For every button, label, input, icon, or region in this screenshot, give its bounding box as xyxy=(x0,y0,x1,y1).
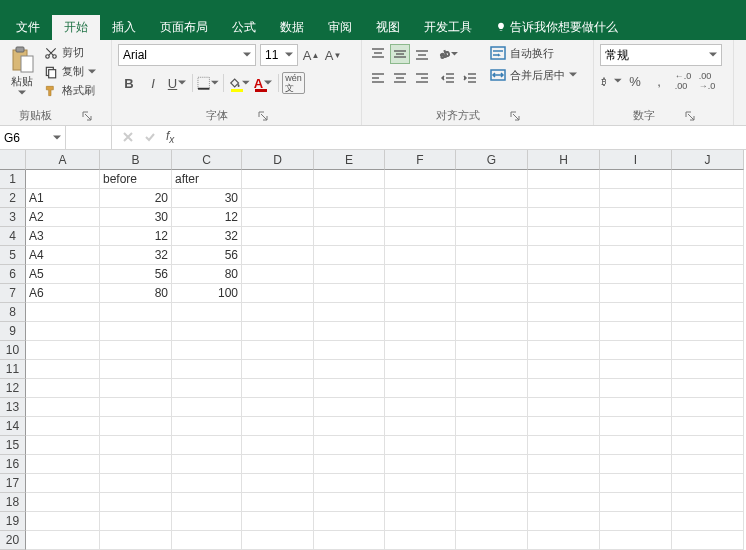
cell[interactable] xyxy=(314,512,385,531)
align-top-button[interactable] xyxy=(368,44,388,64)
cell[interactable] xyxy=(600,379,672,398)
cell[interactable] xyxy=(314,208,385,227)
increase-decimal-button[interactable]: ←.0.00 xyxy=(672,70,694,92)
cell[interactable] xyxy=(172,303,242,322)
underline-button[interactable]: U xyxy=(166,72,188,94)
column-header[interactable]: H xyxy=(528,150,600,170)
cell[interactable] xyxy=(528,360,600,379)
name-box-input[interactable] xyxy=(4,131,44,145)
dialog-launcher-icon[interactable] xyxy=(82,111,92,121)
cell[interactable] xyxy=(600,246,672,265)
cell[interactable] xyxy=(600,170,672,189)
cell[interactable] xyxy=(600,436,672,455)
orientation-button[interactable]: ab xyxy=(438,44,458,64)
name-box[interactable] xyxy=(0,126,66,150)
comma-style-button[interactable]: , xyxy=(648,70,670,92)
cell[interactable] xyxy=(672,208,744,227)
cell[interactable] xyxy=(26,455,100,474)
row-header[interactable]: 11 xyxy=(0,360,26,379)
cell[interactable] xyxy=(672,360,744,379)
column-header[interactable]: G xyxy=(456,150,528,170)
cell[interactable] xyxy=(672,417,744,436)
cell[interactable] xyxy=(672,474,744,493)
cell[interactable] xyxy=(100,455,172,474)
cell[interactable] xyxy=(242,398,314,417)
border-button[interactable] xyxy=(197,72,219,94)
cell[interactable] xyxy=(172,436,242,455)
cell[interactable] xyxy=(528,398,600,417)
cell[interactable] xyxy=(172,379,242,398)
cell[interactable] xyxy=(385,208,456,227)
cell[interactable] xyxy=(456,227,528,246)
cell[interactable] xyxy=(242,265,314,284)
cell[interactable] xyxy=(600,227,672,246)
cell[interactable] xyxy=(26,322,100,341)
cell[interactable]: A3 xyxy=(26,227,100,246)
cell[interactable] xyxy=(385,531,456,550)
decrease-decimal-button[interactable]: .00→.0 xyxy=(696,70,718,92)
cell[interactable] xyxy=(242,493,314,512)
cell[interactable] xyxy=(456,436,528,455)
tab-layout[interactable]: 页面布局 xyxy=(148,15,220,40)
cell[interactable] xyxy=(600,417,672,436)
cell[interactable] xyxy=(385,189,456,208)
cell[interactable] xyxy=(672,493,744,512)
cell[interactable] xyxy=(600,531,672,550)
cell[interactable] xyxy=(26,341,100,360)
cell[interactable] xyxy=(528,189,600,208)
cell[interactable]: 56 xyxy=(100,265,172,284)
cell[interactable] xyxy=(314,265,385,284)
cell[interactable] xyxy=(314,417,385,436)
cell[interactable] xyxy=(172,531,242,550)
row-header[interactable]: 8 xyxy=(0,303,26,322)
cell[interactable] xyxy=(242,322,314,341)
cell[interactable] xyxy=(100,493,172,512)
row-header[interactable]: 15 xyxy=(0,436,26,455)
cell[interactable] xyxy=(242,284,314,303)
cell[interactable]: 80 xyxy=(172,265,242,284)
cell[interactable] xyxy=(242,455,314,474)
cell[interactable] xyxy=(456,341,528,360)
cell[interactable] xyxy=(528,493,600,512)
cell[interactable] xyxy=(672,246,744,265)
column-header[interactable]: F xyxy=(385,150,456,170)
cell[interactable] xyxy=(172,417,242,436)
cell[interactable] xyxy=(100,417,172,436)
cell[interactable] xyxy=(672,379,744,398)
cell[interactable] xyxy=(314,531,385,550)
cell[interactable] xyxy=(600,265,672,284)
cell[interactable] xyxy=(172,493,242,512)
cell[interactable] xyxy=(528,512,600,531)
cell[interactable] xyxy=(385,265,456,284)
cell[interactable] xyxy=(456,455,528,474)
cell[interactable] xyxy=(242,417,314,436)
row-header[interactable]: 17 xyxy=(0,474,26,493)
cell[interactable] xyxy=(600,284,672,303)
cell[interactable] xyxy=(172,512,242,531)
row-header[interactable]: 9 xyxy=(0,322,26,341)
merge-center-button[interactable]: 合并后居中 xyxy=(486,66,581,84)
cell[interactable] xyxy=(456,170,528,189)
cell[interactable] xyxy=(172,474,242,493)
cell[interactable] xyxy=(600,512,672,531)
cell[interactable] xyxy=(456,379,528,398)
chevron-down-icon[interactable] xyxy=(53,134,61,142)
cell[interactable]: A4 xyxy=(26,246,100,265)
cell[interactable]: 56 xyxy=(172,246,242,265)
cell[interactable]: 30 xyxy=(100,208,172,227)
cell[interactable] xyxy=(172,398,242,417)
cell[interactable] xyxy=(456,474,528,493)
cell[interactable] xyxy=(528,227,600,246)
cell[interactable] xyxy=(385,379,456,398)
cell[interactable] xyxy=(456,322,528,341)
cell[interactable] xyxy=(672,341,744,360)
tab-data[interactable]: 数据 xyxy=(268,15,316,40)
format-painter-button[interactable]: 格式刷 xyxy=(40,82,100,99)
cell[interactable] xyxy=(385,246,456,265)
fill-color-button[interactable] xyxy=(228,72,250,94)
cell[interactable] xyxy=(385,341,456,360)
cell[interactable] xyxy=(528,436,600,455)
cell[interactable] xyxy=(600,303,672,322)
cell[interactable] xyxy=(528,379,600,398)
cell[interactable] xyxy=(672,531,744,550)
